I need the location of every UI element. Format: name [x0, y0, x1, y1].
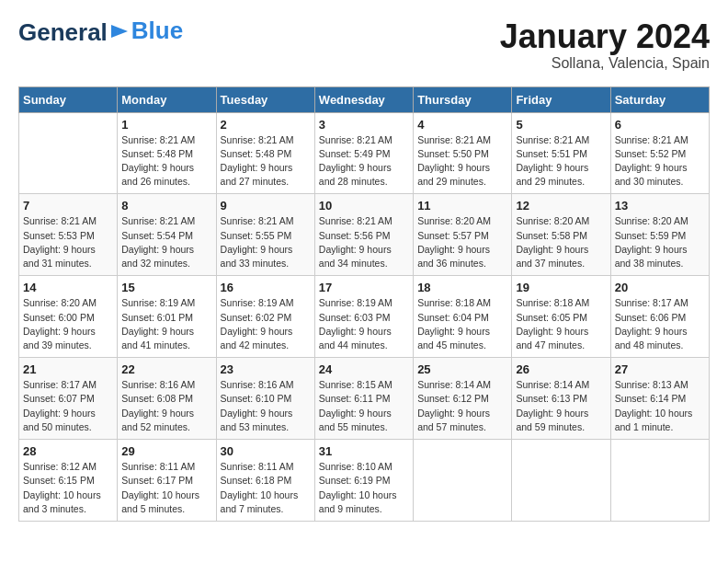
calendar-cell: 1Sunrise: 8:21 AM Sunset: 5:48 PM Daylig… — [118, 112, 216, 194]
weekday-header: Sunday — [19, 86, 118, 112]
day-info: Sunrise: 8:17 AM Sunset: 6:07 PM Dayligh… — [23, 378, 113, 434]
calendar-cell: 14Sunrise: 8:20 AM Sunset: 6:00 PM Dayli… — [19, 276, 118, 358]
weekday-header: Wednesday — [314, 86, 413, 112]
calendar-cell: 4Sunrise: 8:21 AM Sunset: 5:50 PM Daylig… — [414, 112, 512, 194]
calendar-cell: 12Sunrise: 8:20 AM Sunset: 5:58 PM Dayli… — [512, 194, 610, 276]
title-block: January 2024 Sollana, Valencia, Spain — [500, 18, 710, 72]
calendar-table: SundayMondayTuesdayWednesdayThursdayFrid… — [18, 86, 710, 522]
calendar-cell: 9Sunrise: 8:21 AM Sunset: 5:55 PM Daylig… — [216, 194, 314, 276]
day-info: Sunrise: 8:11 AM Sunset: 6:17 PM Dayligh… — [121, 460, 211, 516]
svg-marker-0 — [111, 25, 128, 38]
calendar-cell: 18Sunrise: 8:18 AM Sunset: 6:04 PM Dayli… — [414, 276, 512, 358]
day-info: Sunrise: 8:21 AM Sunset: 5:48 PM Dayligh… — [121, 133, 211, 190]
weekday-header: Thursday — [414, 86, 512, 112]
day-info: Sunrise: 8:21 AM Sunset: 5:48 PM Dayligh… — [221, 133, 311, 190]
day-info: Sunrise: 8:19 AM Sunset: 6:02 PM Dayligh… — [221, 296, 311, 352]
day-number: 7 — [23, 199, 113, 213]
day-number: 6 — [615, 118, 705, 132]
calendar-cell: 28Sunrise: 8:12 AM Sunset: 6:15 PM Dayli… — [19, 440, 118, 522]
day-info: Sunrise: 8:18 AM Sunset: 6:04 PM Dayligh… — [417, 296, 507, 352]
calendar-cell: 8Sunrise: 8:21 AM Sunset: 5:54 PM Daylig… — [118, 194, 216, 276]
day-info: Sunrise: 8:21 AM Sunset: 5:51 PM Dayligh… — [516, 133, 606, 190]
day-info: Sunrise: 8:12 AM Sunset: 6:15 PM Dayligh… — [23, 460, 113, 516]
day-number: 20 — [615, 281, 705, 294]
calendar-cell — [512, 440, 610, 522]
calendar-cell: 15Sunrise: 8:19 AM Sunset: 6:01 PM Dayli… — [118, 276, 216, 358]
calendar-cell: 23Sunrise: 8:16 AM Sunset: 6:10 PM Dayli… — [216, 358, 314, 440]
calendar-week-row: 1Sunrise: 8:21 AM Sunset: 5:48 PM Daylig… — [19, 112, 710, 194]
calendar-cell: 27Sunrise: 8:13 AM Sunset: 6:14 PM Dayli… — [610, 358, 709, 440]
day-info: Sunrise: 8:21 AM Sunset: 5:50 PM Dayligh… — [417, 133, 507, 190]
weekday-header: Friday — [512, 86, 610, 112]
day-info: Sunrise: 8:11 AM Sunset: 6:18 PM Dayligh… — [221, 460, 311, 516]
day-info: Sunrise: 8:20 AM Sunset: 5:57 PM Dayligh… — [417, 214, 507, 270]
day-number: 13 — [615, 199, 705, 213]
month-title: January 2024 — [500, 18, 710, 55]
calendar-cell: 21Sunrise: 8:17 AM Sunset: 6:07 PM Dayli… — [19, 358, 118, 440]
day-info: Sunrise: 8:19 AM Sunset: 6:03 PM Dayligh… — [319, 296, 409, 352]
day-number: 4 — [417, 118, 507, 132]
day-info: Sunrise: 8:21 AM Sunset: 5:49 PM Dayligh… — [319, 133, 409, 190]
day-number: 28 — [23, 444, 113, 458]
day-info: Sunrise: 8:19 AM Sunset: 6:01 PM Dayligh… — [121, 296, 211, 352]
day-number: 15 — [121, 281, 211, 294]
calendar-cell — [414, 440, 512, 522]
day-info: Sunrise: 8:14 AM Sunset: 6:13 PM Dayligh… — [516, 378, 606, 434]
day-info: Sunrise: 8:16 AM Sunset: 6:10 PM Dayligh… — [221, 378, 311, 434]
page-header: General Blue January 2024 Sollana, Valen… — [18, 18, 710, 72]
day-number: 21 — [23, 362, 113, 376]
calendar-cell: 29Sunrise: 8:11 AM Sunset: 6:17 PM Dayli… — [118, 440, 216, 522]
calendar-cell: 17Sunrise: 8:19 AM Sunset: 6:03 PM Dayli… — [314, 276, 413, 358]
calendar-cell: 31Sunrise: 8:10 AM Sunset: 6:19 PM Dayli… — [314, 440, 413, 522]
calendar-cell: 25Sunrise: 8:14 AM Sunset: 6:12 PM Dayli… — [414, 358, 512, 440]
calendar-cell: 2Sunrise: 8:21 AM Sunset: 5:48 PM Daylig… — [216, 112, 314, 194]
calendar-cell: 13Sunrise: 8:20 AM Sunset: 5:59 PM Dayli… — [610, 194, 709, 276]
logo: General Blue — [18, 18, 183, 47]
location-subtitle: Sollana, Valencia, Spain — [500, 55, 710, 72]
day-number: 12 — [516, 199, 606, 213]
calendar-week-row: 21Sunrise: 8:17 AM Sunset: 6:07 PM Dayli… — [19, 358, 710, 440]
day-info: Sunrise: 8:17 AM Sunset: 6:06 PM Dayligh… — [615, 296, 705, 352]
day-number: 8 — [121, 199, 211, 213]
calendar-cell: 30Sunrise: 8:11 AM Sunset: 6:18 PM Dayli… — [216, 440, 314, 522]
logo-text-general: General — [18, 18, 108, 47]
day-info: Sunrise: 8:21 AM Sunset: 5:52 PM Dayligh… — [615, 133, 705, 190]
day-info: Sunrise: 8:20 AM Sunset: 5:59 PM Dayligh… — [615, 214, 705, 270]
day-number: 5 — [516, 118, 606, 132]
day-number: 26 — [516, 362, 606, 376]
day-number: 29 — [121, 444, 211, 458]
day-number: 31 — [319, 444, 409, 458]
weekday-header: Monday — [118, 86, 216, 112]
day-info: Sunrise: 8:21 AM Sunset: 5:55 PM Dayligh… — [221, 214, 311, 270]
day-number: 10 — [319, 199, 409, 213]
day-number: 17 — [319, 281, 409, 294]
calendar-week-row: 28Sunrise: 8:12 AM Sunset: 6:15 PM Dayli… — [19, 440, 710, 522]
calendar-cell: 11Sunrise: 8:20 AM Sunset: 5:57 PM Dayli… — [414, 194, 512, 276]
day-number: 1 — [121, 118, 211, 132]
calendar-week-row: 14Sunrise: 8:20 AM Sunset: 6:00 PM Dayli… — [19, 276, 710, 358]
day-number: 25 — [417, 362, 507, 376]
weekday-header: Tuesday — [216, 86, 314, 112]
day-number: 9 — [221, 199, 311, 213]
calendar-cell: 22Sunrise: 8:16 AM Sunset: 6:08 PM Dayli… — [118, 358, 216, 440]
day-info: Sunrise: 8:20 AM Sunset: 5:58 PM Dayligh… — [516, 214, 606, 270]
calendar-cell: 20Sunrise: 8:17 AM Sunset: 6:06 PM Dayli… — [610, 276, 709, 358]
day-number: 2 — [221, 118, 311, 132]
day-info: Sunrise: 8:18 AM Sunset: 6:05 PM Dayligh… — [516, 296, 606, 352]
weekday-header: Saturday — [610, 86, 709, 112]
calendar-cell — [19, 112, 118, 194]
day-info: Sunrise: 8:15 AM Sunset: 6:11 PM Dayligh… — [319, 378, 409, 434]
day-number: 11 — [417, 199, 507, 213]
calendar-cell: 10Sunrise: 8:21 AM Sunset: 5:56 PM Dayli… — [314, 194, 413, 276]
calendar-cell: 16Sunrise: 8:19 AM Sunset: 6:02 PM Dayli… — [216, 276, 314, 358]
calendar-cell — [610, 440, 709, 522]
day-info: Sunrise: 8:10 AM Sunset: 6:19 PM Dayligh… — [319, 460, 409, 516]
day-number: 30 — [221, 444, 311, 458]
day-info: Sunrise: 8:20 AM Sunset: 6:00 PM Dayligh… — [23, 296, 113, 352]
calendar-cell: 26Sunrise: 8:14 AM Sunset: 6:13 PM Dayli… — [512, 358, 610, 440]
day-number: 23 — [221, 362, 311, 376]
calendar-cell: 7Sunrise: 8:21 AM Sunset: 5:53 PM Daylig… — [19, 194, 118, 276]
calendar-header-row: SundayMondayTuesdayWednesdayThursdayFrid… — [19, 86, 710, 112]
day-info: Sunrise: 8:14 AM Sunset: 6:12 PM Dayligh… — [417, 378, 507, 434]
calendar-cell: 24Sunrise: 8:15 AM Sunset: 6:11 PM Dayli… — [314, 358, 413, 440]
